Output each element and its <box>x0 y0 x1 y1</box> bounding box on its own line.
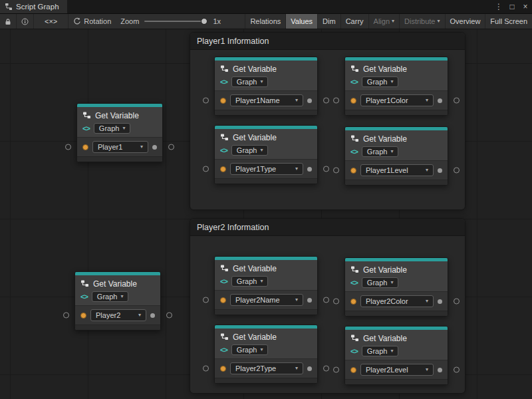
value-output-dot[interactable] <box>307 167 312 172</box>
window-close-button[interactable]: × <box>519 0 532 13</box>
variable-name-port[interactable] <box>350 299 356 305</box>
carry-button[interactable]: Carry <box>341 14 369 29</box>
get-variable-node[interactable]: Get Variable <> Graph ▾ Player2Color ▾ <box>344 257 448 317</box>
group-header[interactable]: Player1 Information <box>190 33 465 50</box>
output-port[interactable] <box>166 313 172 319</box>
values-button[interactable]: Values <box>286 14 318 29</box>
input-port[interactable] <box>63 313 69 319</box>
graph-kind-dropdown[interactable]: Graph ▾ <box>362 346 399 356</box>
graph-kind-dropdown[interactable]: Graph ▾ <box>231 76 269 87</box>
input-port[interactable] <box>333 98 339 104</box>
chevron-down-icon: ▾ <box>390 280 393 285</box>
relations-button[interactable]: Relations <box>245 14 286 29</box>
info-button[interactable] <box>17 14 34 29</box>
graph-kind-dropdown[interactable]: Graph ▾ <box>362 146 399 157</box>
get-variable-node[interactable]: Get Variable <> Graph ▾ Player2Type ▾ <box>214 325 318 384</box>
input-port[interactable] <box>203 366 209 372</box>
variable-dropdown[interactable]: Player1Name ▾ <box>230 94 303 106</box>
value-output-dot[interactable] <box>307 298 312 303</box>
window-maximize-button[interactable]: □ <box>505 0 519 13</box>
lock-button[interactable] <box>0 14 17 29</box>
variable-dropdown[interactable]: Player2Type ▾ <box>230 362 303 374</box>
variable-dropdown[interactable]: Player1Type ▾ <box>230 163 303 175</box>
distribute-button[interactable]: Distribute ▾ <box>400 14 445 29</box>
get-variable-node[interactable]: Get Variable <> Graph ▾ Player1Name ▾ <box>214 57 318 116</box>
node-port-row: Player1 ▾ <box>77 137 162 156</box>
get-variable-node[interactable]: Get Variable <> Graph ▾ Player2Level ▾ <box>344 326 448 385</box>
window-menu-button[interactable]: ⋮ <box>492 0 505 13</box>
get-variable-node[interactable]: Get Variable <> Graph ▾ Player2Name ▾ <box>214 256 318 315</box>
value-output-dot[interactable] <box>150 313 155 318</box>
get-variable-node[interactable]: Get Variable <> Graph ▾ Player2 ▾ <box>74 271 161 331</box>
output-port[interactable] <box>323 166 329 172</box>
group-header[interactable]: Player2 Information <box>190 219 465 236</box>
input-port[interactable] <box>333 299 339 305</box>
get-variable-node[interactable]: Get Variable <> Graph ▾ Player1Type ▾ <box>214 125 318 184</box>
full-screen-button[interactable]: Full Screen <box>485 14 532 29</box>
graph-kind-dropdown[interactable]: Graph ▾ <box>362 76 399 87</box>
chevron-down-icon: ▾ <box>260 79 263 84</box>
variable-dropdown[interactable]: Player2Name ▾ <box>230 294 303 306</box>
tab-script-graph[interactable]: Script Graph <box>0 0 67 13</box>
value-output-dot[interactable] <box>438 98 442 103</box>
get-variable-node[interactable]: Get Variable <> Graph ▾ Player1 ▾ <box>76 103 163 162</box>
value-output-dot[interactable] <box>438 299 442 304</box>
value-output-dot[interactable] <box>438 368 442 372</box>
graph-kind-dropdown[interactable]: Graph ▾ <box>362 277 399 288</box>
variable-dropdown[interactable]: Player2 ▾ <box>90 309 146 321</box>
output-port[interactable] <box>454 168 460 174</box>
variable-name-port[interactable] <box>80 313 86 319</box>
variable-name-port[interactable] <box>82 144 88 150</box>
input-port[interactable] <box>203 297 209 303</box>
get-variable-node[interactable]: Get Variable <> Graph ▾ Player1Level ▾ <box>344 126 448 186</box>
variable-name-port[interactable] <box>220 166 226 172</box>
output-port[interactable] <box>454 299 460 305</box>
variable-dropdown[interactable]: Player1Level ▾ <box>360 164 434 176</box>
get-variable-node[interactable]: Get Variable <> Graph ▾ Player1Color ▾ <box>344 57 448 116</box>
edit-graph-button[interactable]: <×> <box>34 14 68 29</box>
input-port[interactable] <box>65 144 71 150</box>
output-port[interactable] <box>168 144 174 150</box>
variable-dropdown[interactable]: Player2Color ▾ <box>360 295 434 307</box>
variable-name-port[interactable] <box>220 98 226 104</box>
variable-name-port[interactable] <box>350 367 356 373</box>
output-port[interactable] <box>454 367 460 373</box>
input-port[interactable] <box>203 98 209 104</box>
align-button[interactable]: Align ▾ <box>369 14 400 29</box>
variable-name-port[interactable] <box>350 98 356 104</box>
input-port[interactable] <box>333 367 339 373</box>
titlebar-drag-area[interactable] <box>67 0 492 13</box>
overview-button[interactable]: Overview <box>446 14 486 29</box>
value-output-dot[interactable] <box>438 168 442 173</box>
variable-name-port[interactable] <box>220 297 226 303</box>
input-port[interactable] <box>333 168 339 174</box>
dim-button[interactable]: Dim <box>318 14 341 29</box>
node-port-row: Player2Color ▾ <box>345 291 448 311</box>
chevron-down-icon: ▾ <box>390 149 393 154</box>
value-output-dot[interactable] <box>307 366 312 371</box>
output-port[interactable] <box>323 366 329 372</box>
value-output-dot[interactable] <box>152 145 157 150</box>
node-port-row: Player2 ▾ <box>75 305 160 325</box>
graph-kind-dropdown[interactable]: Graph ▾ <box>231 276 269 287</box>
graph-kind-dropdown[interactable]: Graph ▾ <box>231 344 269 355</box>
variable-name-port[interactable] <box>220 366 226 372</box>
variable-dropdown[interactable]: Player1Color ▾ <box>360 94 434 106</box>
value-output-dot[interactable] <box>307 98 312 103</box>
input-port[interactable] <box>203 166 209 172</box>
zoom-slider-handle[interactable] <box>201 18 207 25</box>
graph-canvas[interactable]: Player1 Information Player2 Information … <box>0 29 532 399</box>
output-port[interactable] <box>323 297 329 303</box>
output-port[interactable] <box>454 98 460 104</box>
output-port[interactable] <box>323 98 329 104</box>
graph-kind-dropdown[interactable]: Graph ▾ <box>92 291 129 302</box>
node-port-row: Player2Type ▾ <box>215 358 317 378</box>
variable-dropdown[interactable]: Player2Level ▾ <box>360 364 434 376</box>
graph-kind-dropdown[interactable]: Graph ▾ <box>231 145 269 156</box>
chevron-down-icon: ▾ <box>426 168 428 173</box>
graph-kind-dropdown[interactable]: Graph ▾ <box>94 123 131 134</box>
variable-name-port[interactable] <box>350 168 356 174</box>
zoom-slider[interactable] <box>144 21 207 22</box>
variable-dropdown[interactable]: Player1 ▾ <box>92 141 148 153</box>
graph-toolbar: <×> Rotation Zoom 1x Relations Values Di… <box>0 14 532 29</box>
